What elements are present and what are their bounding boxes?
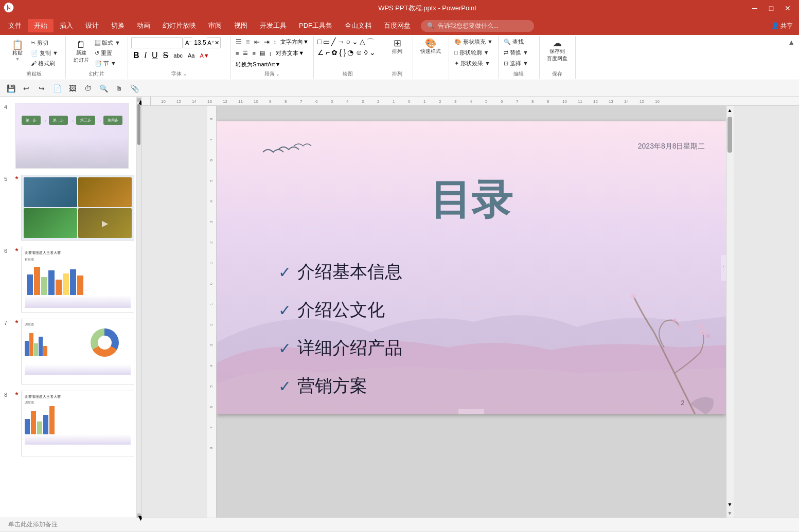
font-size-increase[interactable]: A⁺ [207,40,214,46]
slide-canvas[interactable]: 2023年8月8日星期二 目录 ✓ 介绍基本信息 ✓ 介绍公文化 [217,121,726,414]
select-button[interactable]: ⊡ 选择 ▼ [502,59,536,68]
arrange-button[interactable]: ⊞ 排列 [389,36,405,71]
bold-button[interactable]: B [131,50,141,61]
canvas-scroll-down[interactable]: ▼ [726,500,734,509]
align-left-button[interactable]: ≡ [234,49,240,58]
menu-slideshow[interactable]: 幻灯片放映 [156,19,202,32]
menu-baidu[interactable]: 百度网盘 [378,19,417,32]
search-box[interactable]: 🔍 告诉我您想要做什么... [421,20,534,32]
copy-button[interactable]: 📄 复制 ▼ [29,48,60,58]
font-size-decrease[interactable]: A⁻ [185,40,192,46]
menu-design[interactable]: 设计 [79,19,105,32]
shape-flower-button[interactable]: ✿ [331,48,338,57]
align-right-button[interactable]: ≡ [251,49,257,58]
menu-home[interactable]: 开始 [28,19,54,32]
quick-styles-button[interactable]: 🎨 快速样式 [418,36,443,71]
font-family-selector[interactable] [131,37,183,48]
shape-face-button[interactable]: ☺ [354,48,363,57]
char-spacing-button[interactable]: abc [171,51,185,60]
shape-rect2-button[interactable]: ▭ [323,37,330,47]
paste-button[interactable]: 📋 粘贴 ▼ [7,38,28,73]
qa-slide-button[interactable]: 🖼 [66,82,79,95]
align-center-button[interactable]: ☰ [241,49,250,58]
slide-thumbnail-6[interactable]: 6 ★ 比赛看图超人王者大赛 柱形图 [2,245,134,315]
shape-effect-button[interactable]: ✦ 形状效果 ▼ [452,59,495,68]
qa-mouse-button[interactable]: 🖱 [112,82,126,95]
slide-resize-bottom[interactable]: ⋯ [458,409,484,414]
find-button[interactable]: 🔍 查找 [502,37,536,47]
qa-view-button[interactable]: 📄 [50,82,64,95]
slide-thumbnail-5[interactable]: 5 ★ ▶ [2,173,134,243]
convert-smartart-button[interactable]: 转换为SmartArt▼ [234,60,282,69]
close-button[interactable]: ✕ [780,3,795,13]
menu-file[interactable]: 文件 [2,19,28,32]
text-direction-button[interactable]: 文字方向▼ [279,37,310,47]
font-clear[interactable]: ✕ [215,40,219,46]
font-transform-button[interactable]: Aa [186,51,197,60]
bullets-button[interactable]: ☰ [234,37,243,47]
format-paint-button[interactable]: 🖌 格式刷 [29,59,60,68]
qa-undo-button[interactable]: ↩ [20,82,33,95]
decrease-indent-button[interactable]: ⇤ [253,37,261,47]
slide-scroll-down[interactable]: ▼ [137,513,141,518]
justify-button[interactable]: ▤ [258,49,267,58]
maximize-button[interactable]: □ [764,3,778,13]
shape-line-button[interactable]: ╱ [331,37,336,47]
menu-pdf[interactable]: PDF工具集 [293,19,339,32]
reset-button[interactable]: ↺ 重置 [93,48,122,58]
shape-more-button[interactable]: ⌄ [351,37,359,47]
shape-arrow-button[interactable]: → [336,37,345,47]
shape-curve-button[interactable]: ⌒ [366,37,375,47]
canvas-scroll-up[interactable]: ▲ [726,106,734,115]
section-button[interactable]: 📑 节 ▼ [93,59,122,68]
layout-button[interactable]: ▦ 版式 ▼ [93,38,122,48]
slide-thumbnail-7[interactable]: 7 ★ 调度图 [2,317,134,387]
new-slide-button[interactable]: 🗒 新建幻灯片 [71,38,92,73]
align-text-button[interactable]: 对齐文本▼ [274,48,306,58]
notes-bar[interactable]: 单击此处添加备注 [0,518,799,531]
menu-review[interactable]: 审阅 [202,19,228,32]
slide-scroll-area[interactable]: 2023年8月8日星期二 目录 ✓ 介绍基本信息 ✓ 介绍公文化 [217,106,726,518]
slide-scroll-thumb[interactable] [137,104,140,145]
replace-button[interactable]: ⇄ 替换 ▼ [502,48,536,58]
slide-panel-scrollbar[interactable]: ▲ ▼ [136,97,141,518]
qa-redo-button[interactable]: ↪ [35,82,48,95]
menu-quanshan[interactable]: 全山文档 [339,19,378,32]
shape-expand-button[interactable]: ⌄ [369,48,376,57]
shape-droplet-button[interactable]: ◊ [364,48,368,57]
shape-outline-button[interactable]: □ 形状轮廓 ▼ [452,48,495,58]
italic-button[interactable]: I [143,50,149,61]
canvas-scroll-thumb[interactable] [727,117,732,153]
shape-rect-button[interactable]: □ [317,37,322,47]
font-size-input[interactable]: 13.5 [192,37,207,48]
col-spacing-button[interactable]: ↕ [272,38,278,46]
save-cloud-button[interactable]: ☁ 保存到百度网盘 [544,36,570,71]
qa-save-button[interactable]: 💾 [4,82,17,95]
qa-timer-button[interactable]: ⏱ [81,82,95,95]
qa-clip-button[interactable]: 📎 [128,82,141,95]
menu-view[interactable]: 视图 [228,19,254,32]
menu-animations[interactable]: 动画 [131,19,156,32]
shape-fill-button[interactable]: 🎨 形状填充 ▼ [452,37,495,47]
slide-scroll-up[interactable]: ▲ [137,98,141,102]
qa-zoom-button[interactable]: 🔍 [97,82,110,95]
canvas-scroll-zoom-out[interactable]: ▼ [726,509,734,518]
strikethrough-button[interactable]: S [161,50,171,61]
numbering-button[interactable]: ≡ [244,37,252,47]
shape-ellipse-button[interactable]: ○ [345,37,350,47]
slide-thumbnail-4[interactable]: 4 第一步 → 第二步 → 第三步 → 第四步 [2,101,134,171]
shape-bracket-button[interactable]: ⌐ [325,48,330,57]
share-button[interactable]: 👤 共享 [767,20,797,32]
font-color-button[interactable]: A▼ [198,51,211,60]
slide-thumbnail-8[interactable]: 8 ★ 比赛看图超人王者大赛 调度图 [2,389,134,458]
menu-insert[interactable]: 插入 [54,19,79,32]
shape-angle-button[interactable]: ∠ [317,48,325,57]
shape-custom-button[interactable]: { } [339,48,346,57]
shape-tri-button[interactable]: △ [359,37,366,47]
shape-sector-button[interactable]: ◔ [347,48,354,57]
menu-transitions[interactable]: 切换 [105,19,131,32]
minimize-button[interactable]: ─ [748,3,762,13]
cut-button[interactable]: ✂ 剪切 [29,38,60,48]
underline-button[interactable]: U [150,50,160,61]
increase-indent-button[interactable]: ⇥ [262,37,271,47]
